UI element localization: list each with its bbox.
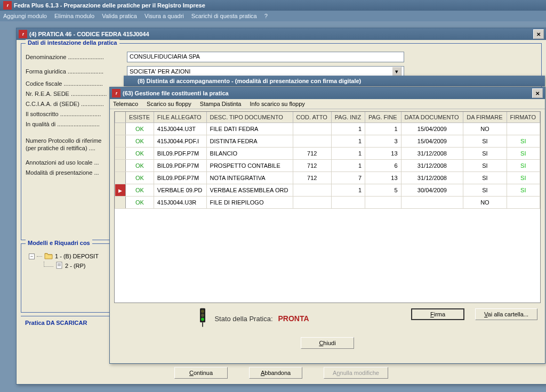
win63-title: (63) Gestione file costituenti la pratic… (123, 90, 229, 96)
col-pini[interactable]: PAG. INIZ (331, 112, 365, 123)
svg-point-7 (201, 318, 204, 321)
cell-firm: SI (507, 148, 540, 160)
cell-data: 30/04/2009 (401, 184, 463, 197)
app-menubar: Aggiungi modulo Elimina modulo Valida pr… (0, 11, 546, 21)
vai-cartella-button[interactable]: Vai alla cartella... (475, 308, 537, 320)
menu-stampa-distinta[interactable]: Stampa Distinta (200, 101, 242, 107)
col-pfin[interactable]: PAG. FINE (365, 112, 402, 123)
cell-desc: FILE DI RIEPILOGO (206, 197, 293, 209)
status-row: Stato della Pratica: PRONTA (110, 304, 396, 333)
abbandona-button[interactable]: Abbandona (249, 367, 302, 379)
cell-desc: FILE DATI FEDRA (206, 123, 293, 135)
table-row[interactable]: OK415J0044.PDF.IDISTINTA FEDRA1315/04/20… (115, 135, 540, 148)
cell-data: 15/04/2009 (401, 123, 463, 135)
cell-pini: 1 (331, 148, 365, 160)
menu-valida[interactable]: Valida pratica (102, 13, 137, 19)
cell-data: 31/12/2008 (401, 160, 463, 172)
win8-titlebar[interactable]: f (8) Distinta di accompagnamento - (mod… (124, 76, 545, 86)
tree-child-label[interactable]: 2 - (RP) (65, 263, 86, 269)
cell-pfin: 13 (365, 148, 402, 160)
cell-pfin (365, 197, 402, 209)
cell-file: BIL09.PDF.P7M (154, 172, 206, 184)
row-header[interactable] (115, 135, 126, 148)
table-row[interactable]: OKBIL09.PDF.P7MBILANCIO71211331/12/2008S… (115, 148, 540, 160)
tree-root-label[interactable]: 1 - (B) DEPOSIT (55, 253, 99, 259)
label-codfisc: Codice fiscale ........................ (26, 80, 127, 87)
svg-point-6 (201, 314, 204, 317)
row-header[interactable] (115, 197, 126, 209)
col-dafirm[interactable]: DA FIRMARE (463, 112, 507, 123)
select-forma[interactable]: SOCIETA' PER AZIONI ▾ (127, 66, 404, 77)
col-cod[interactable]: COD. ATTO (293, 112, 331, 123)
svg-point-5 (201, 310, 204, 313)
menu-telemaco[interactable]: Telemaco (113, 101, 138, 107)
cell-firm: SI (507, 160, 540, 172)
cell-dafirm: SI (463, 135, 507, 148)
cell-esiste: OK (126, 172, 154, 184)
cell-file: BIL09.PDF.P7M (154, 148, 206, 160)
cell-firm: SI (507, 172, 540, 184)
cell-pfin: 6 (365, 160, 402, 172)
row-header[interactable] (115, 172, 126, 184)
col-firm[interactable]: FIRMATO (507, 112, 540, 123)
table-row[interactable]: OK415J0044.U3RFILE DI RIEPILOGONO (115, 197, 540, 209)
input-denominazione[interactable]: CONSULFIDUCIARIA SPA (127, 52, 404, 62)
row-header[interactable] (115, 160, 126, 172)
cell-desc: DISTINTA FEDRA (206, 135, 293, 148)
table-row[interactable]: OKBIL09.PDF.P7MNOTA INTEGRATIVA71271331/… (115, 172, 540, 184)
cell-file: VERBALE 09.PD (154, 184, 206, 197)
label-denominazione: Denominazione ...................... (26, 54, 127, 60)
label-forma: Forma giuridica ...................... (26, 68, 127, 75)
cell-pini: 1 (331, 184, 365, 197)
menu-scarico-floppy[interactable]: Scarico su floppy (147, 101, 191, 107)
col-data[interactable]: DATA DOCUMENTO (401, 112, 463, 123)
col-desc[interactable]: DESC. TIPO DOCUMENTO (206, 112, 293, 123)
win63-menubar: Telemaco Scarico su floppy Stampa Distin… (110, 99, 545, 109)
group-modelli-label: Modelli e Riquadri cos (26, 240, 92, 246)
cell-file: 415J0044.PDF.I (154, 135, 206, 148)
chiudi-button[interactable]: Chiudi (301, 337, 354, 349)
col-esiste[interactable]: ESISTE (126, 112, 154, 123)
cell-cod: 712 (293, 148, 331, 160)
cell-data: 31/12/2008 (401, 172, 463, 184)
cell-firm (507, 123, 540, 135)
cell-pini: 1 (331, 123, 365, 135)
firma-button[interactable]: Firma (411, 308, 464, 320)
menu-help[interactable]: ? (264, 13, 268, 19)
tree-modelli[interactable]: − 1 - (B) DEPOSIT 2 - (RP) (26, 248, 117, 274)
menu-elimina[interactable]: Elimina modulo (54, 13, 94, 19)
cell-pini: 1 (331, 135, 365, 148)
row-header[interactable]: ▶ (115, 184, 126, 197)
win4-titlebar[interactable]: f (4) PRATICA 46 - CODICE FEDRA 415J0044… (17, 28, 546, 40)
win4-title: (4) PRATICA 46 - CODICE FEDRA 415J0044 (29, 31, 149, 37)
cell-desc: VERBALE ASSEMBLEA ORD (206, 184, 293, 197)
cell-file: 415J0044.U3T (154, 123, 206, 135)
cell-dafirm: NO (463, 197, 507, 209)
table-row[interactable]: ▶OKVERBALE 09.PDVERBALE ASSEMBLEA ORD153… (115, 184, 540, 197)
cell-dafirm: NO (463, 123, 507, 135)
folder-icon (44, 252, 53, 260)
continua-button[interactable]: CContinuaontinua (174, 367, 228, 379)
group-dati-label: Dati di intestazione della pratica (26, 39, 119, 46)
menu-aggiungi[interactable]: Aggiungi modulo (3, 13, 47, 19)
table-row[interactable]: OKBIL09.PDF.P7MPROSPETTO CONTABILE712163… (115, 160, 540, 172)
menu-scarichi[interactable]: Scarichi di questa pratica (191, 13, 257, 19)
menu-info-scarico[interactable]: Info scarico su floppy (250, 101, 305, 107)
menu-visura[interactable]: Visura a quadri (144, 13, 184, 19)
row-header[interactable] (115, 148, 126, 160)
row-header[interactable] (115, 123, 126, 135)
win63-titlebar[interactable]: f (63) Gestione file costituenti la prat… (110, 87, 545, 99)
annulla-button: Annulla modifiche (324, 367, 388, 379)
win4-close-button[interactable]: ✕ (533, 29, 544, 39)
file-grid[interactable]: ESISTE FILE ALLEGATO DESC. TIPO DOCUMENT… (114, 111, 541, 303)
grid-corner (115, 112, 126, 123)
cell-esiste: OK (126, 135, 154, 148)
cell-dafirm: SI (463, 172, 507, 184)
tree-collapse-icon[interactable]: − (29, 254, 35, 259)
cell-pini (331, 197, 365, 209)
cell-cod (293, 197, 331, 209)
col-file[interactable]: FILE ALLEGATO (154, 112, 206, 123)
chevron-down-icon[interactable]: ▾ (392, 67, 402, 76)
win63-close-button[interactable]: ✕ (532, 88, 543, 98)
table-row[interactable]: OK415J0044.U3TFILE DATI FEDRA1115/04/200… (115, 123, 540, 135)
